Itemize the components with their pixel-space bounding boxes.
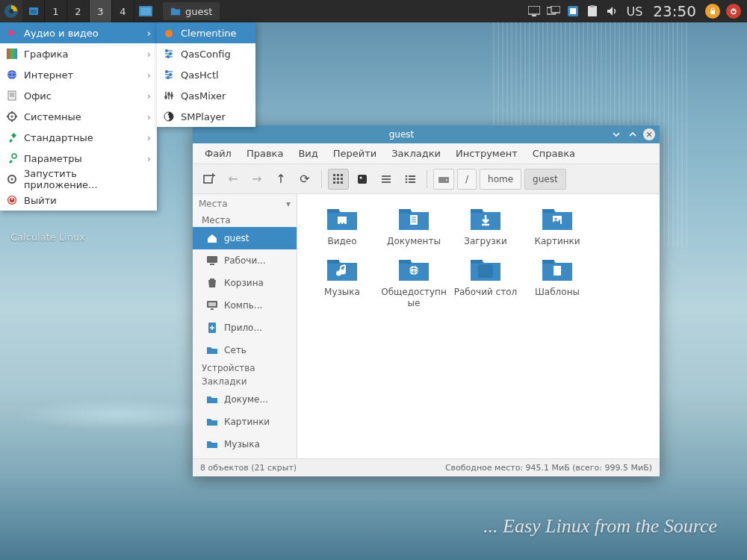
svg-rect-64: [341, 174, 343, 176]
sidebar-item-folder-Картинки[interactable]: Картинки: [193, 411, 297, 433]
fm-menu-справка[interactable]: Справка: [525, 145, 583, 162]
screens-tray-icon[interactable]: [547, 4, 560, 18]
sidebar-item-folder-Музыка[interactable]: Музыка: [193, 433, 297, 455]
folder-docs[interactable]: Документы: [378, 203, 450, 246]
svg-point-26: [11, 116, 13, 118]
fm-menu-закладки[interactable]: Закладки: [384, 145, 448, 162]
sidebar-item-trash-Корзина[interactable]: Корзина: [193, 272, 297, 294]
svg-rect-106: [542, 209, 554, 213]
fm-titlebar[interactable]: guest ✕: [193, 125, 660, 143]
svg-point-42: [166, 50, 168, 52]
sidebar-section-Устройства: Устройства: [193, 361, 297, 375]
svg-rect-69: [337, 181, 339, 184]
menu-item-graphics[interactable]: Графика›: [0, 43, 157, 64]
app-launcher-button[interactable]: [0, 0, 22, 22]
power-button[interactable]: [726, 4, 741, 19]
home-pager-button[interactable]: [22, 0, 45, 22]
new-tab-button[interactable]: [199, 169, 220, 190]
folder-desktop[interactable]: Рабочий стол: [450, 254, 521, 308]
show-desktop-button[interactable]: [134, 0, 157, 22]
minimize-button[interactable]: [610, 128, 622, 140]
lock-button[interactable]: [705, 4, 720, 19]
clipboard-tray-icon[interactable]: [586, 4, 599, 18]
path-disk-button[interactable]: [433, 169, 454, 190]
menu-item-media[interactable]: Аудио и видео›: [0, 22, 157, 43]
menu-item-logout[interactable]: Выйти: [0, 190, 157, 211]
task-label: guest: [185, 6, 212, 17]
fm-content[interactable]: ВидеоДокументыЗагрузкиКартинкиМузыкаОбще…: [297, 194, 660, 458]
folder-icon: [206, 393, 218, 405]
svg-point-32: [12, 154, 16, 158]
path-home[interactable]: home: [480, 169, 521, 190]
workspace-4[interactable]: 4: [112, 0, 134, 22]
taskbar-task-guest[interactable]: guest: [163, 2, 220, 20]
menu-item-internet[interactable]: Интернет›: [0, 64, 157, 85]
menu-item-system[interactable]: Системные›: [0, 106, 157, 127]
folder-pictures[interactable]: Картинки: [521, 203, 593, 246]
svg-point-58: [168, 113, 170, 116]
forward-button[interactable]: →: [247, 169, 267, 190]
keyboard-layout[interactable]: US: [626, 4, 642, 19]
thumbnail-view-button[interactable]: [352, 169, 373, 190]
computer-icon: [206, 299, 218, 311]
sidebar-item-desktop-Рабочи...[interactable]: Рабочи...: [193, 249, 297, 272]
menu-item-office[interactable]: Офис›: [0, 85, 157, 106]
office-icon: [6, 90, 18, 102]
menu-item-params[interactable]: Параметры›: [0, 148, 157, 169]
menu-item-standard[interactable]: Стандартные›: [0, 127, 157, 148]
submenu-item-qasmixer[interactable]: QasMixer: [157, 85, 255, 106]
folder-downloads[interactable]: Загрузки: [450, 203, 521, 246]
qasmix-icon: [163, 90, 175, 102]
up-button[interactable]: ↑: [270, 169, 291, 190]
reload-button[interactable]: ⟳: [294, 169, 315, 190]
detail-view-button[interactable]: [400, 169, 421, 190]
chevron-right-icon: ›: [147, 111, 151, 122]
fm-menu-инструмент[interactable]: Инструмент: [448, 145, 525, 162]
status-right: Свободное место: 945.1 МиБ (всего: 999.5…: [445, 463, 652, 473]
submenu-item-smplayer[interactable]: SMPlayer: [157, 106, 255, 127]
fm-menu-вид[interactable]: Вид: [291, 145, 325, 162]
fm-menu-файл[interactable]: Файл: [197, 145, 239, 162]
folder-templates[interactable]: Шаблоны: [521, 254, 593, 308]
params-icon: [6, 152, 18, 164]
path-guest[interactable]: guest: [524, 169, 566, 190]
clock[interactable]: 23:50: [653, 2, 696, 20]
menu-item-run[interactable]: Запустить приложение...: [0, 169, 157, 190]
svg-point-34: [11, 178, 13, 181]
screen-tray-icon[interactable]: [527, 4, 541, 18]
fm-menu-правка[interactable]: Правка: [239, 145, 291, 162]
icon-view-button[interactable]: [328, 169, 349, 190]
svg-rect-7: [532, 15, 536, 16]
svg-point-76: [406, 175, 408, 177]
svg-point-38: [165, 30, 173, 37]
qas-icon: [163, 69, 175, 81]
svg-rect-77: [409, 175, 415, 177]
sidebar-item-home-guest[interactable]: guest: [193, 227, 297, 249]
submenu-item-qasconfig[interactable]: QasConfig: [157, 43, 255, 64]
fm-menu-перейти[interactable]: Перейти: [326, 145, 385, 162]
submenu-item-clementine[interactable]: Clementine: [157, 22, 255, 43]
workspace-2[interactable]: 2: [67, 0, 90, 22]
close-button[interactable]: ✕: [643, 128, 655, 140]
svg-rect-110: [327, 260, 339, 264]
sidebar-item-computer-Компь...[interactable]: Компь...: [193, 294, 297, 317]
folder-video[interactable]: Видео: [306, 203, 378, 246]
folder-public[interactable]: Общедоступные: [378, 254, 450, 308]
folder-music[interactable]: Музыка: [306, 254, 378, 308]
sidebar-item-network-Сеть[interactable]: Сеть: [193, 339, 297, 361]
fm-statusbar: 8 объектов (21 скрыт) Свободное место: 9…: [193, 458, 660, 476]
volume-tray-icon[interactable]: [605, 4, 619, 18]
sidebar-header[interactable]: Места▾: [193, 194, 297, 214]
folder-icon: [206, 438, 218, 450]
maximize-button[interactable]: [627, 128, 639, 140]
path-root[interactable]: /: [457, 169, 477, 190]
workspace-3[interactable]: 3: [90, 0, 112, 22]
workspace-1[interactable]: 1: [45, 0, 67, 22]
submenu-item-qashctl[interactable]: QasHctl: [157, 64, 255, 85]
sidebar-item-apps-Прило...[interactable]: Прило...: [193, 317, 297, 339]
network-tray-icon[interactable]: [566, 4, 580, 18]
compact-view-button[interactable]: [376, 169, 397, 190]
sidebar-item-folder-Докуме...[interactable]: Докуме...: [193, 388, 297, 411]
run-icon: [6, 173, 18, 185]
back-button[interactable]: ←: [223, 169, 244, 190]
